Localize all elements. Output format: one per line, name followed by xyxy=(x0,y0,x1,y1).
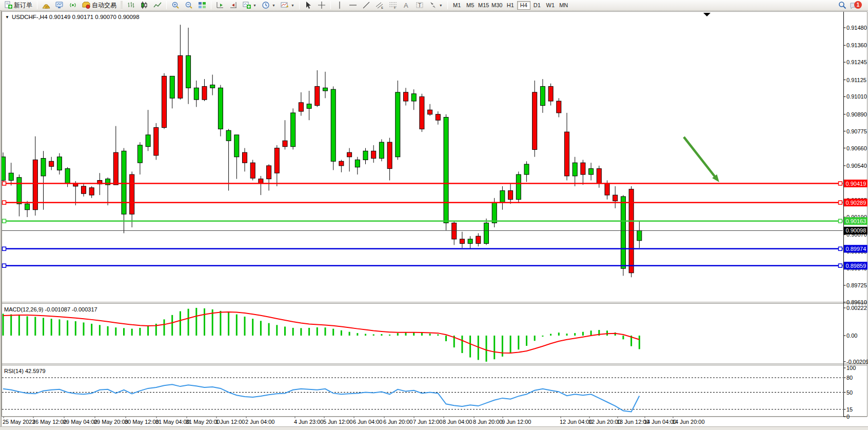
new-order-icon xyxy=(4,1,12,9)
svg-text:T: T xyxy=(418,3,421,8)
svg-text:0.90163: 0.90163 xyxy=(846,218,866,224)
equidistant-channel-icon: E xyxy=(376,1,384,9)
line-chart-icon xyxy=(153,1,162,9)
svg-text:12 Jun 04:00: 12 Jun 04:00 xyxy=(560,419,593,425)
candle-chart-button[interactable] xyxy=(138,1,150,10)
rsi-layer xyxy=(2,378,843,412)
chevron-down-icon[interactable]: ▼ xyxy=(5,15,9,19)
auto-scroll-button[interactable] xyxy=(227,1,240,10)
market-watch-button[interactable] xyxy=(53,1,66,10)
svg-text:0.90098: 0.90098 xyxy=(846,227,866,233)
new-order-button[interactable]: 新订单 xyxy=(2,1,34,10)
timeframe-M15[interactable]: M15 xyxy=(477,1,490,10)
period-button[interactable]: ▼ xyxy=(260,1,278,10)
trendline-icon xyxy=(362,1,370,9)
svg-text:8 Jun 04:00: 8 Jun 04:00 xyxy=(443,419,472,425)
signals-button[interactable] xyxy=(67,1,79,10)
lots-button[interactable] xyxy=(40,1,52,10)
svg-text:2 Jun 04:00: 2 Jun 04:00 xyxy=(245,419,275,425)
hline-tool-button[interactable] xyxy=(347,1,359,10)
signal-icon xyxy=(69,1,77,9)
svg-text:0.91360: 0.91360 xyxy=(846,42,867,48)
tile-windows-button[interactable] xyxy=(196,1,208,10)
vline-tool-button[interactable] xyxy=(333,1,346,10)
text-icon: A xyxy=(402,1,410,9)
timeframe-M5[interactable]: M5 xyxy=(464,1,477,10)
svg-text:31 May 20:00: 31 May 20:00 xyxy=(186,419,220,425)
price-lines-layer xyxy=(2,182,843,267)
clock-icon xyxy=(262,1,270,9)
macd-layer xyxy=(3,308,639,362)
svg-text:0.90660: 0.90660 xyxy=(846,145,867,151)
arrow-shapes-icon xyxy=(429,1,437,9)
chart-canvas[interactable]: 0.914800.913600.912450.911250.910100.908… xyxy=(0,11,868,430)
cursor-icon xyxy=(304,1,312,9)
fibonacci-tool-button[interactable]: F xyxy=(387,1,399,10)
svg-text:29 May 04:00: 29 May 04:00 xyxy=(63,419,97,425)
candles-layer xyxy=(1,25,642,277)
svg-text:31 May 04:00: 31 May 04:00 xyxy=(155,419,190,425)
window-bottom-edge xyxy=(0,426,868,430)
svg-text:9 Jun 12:00: 9 Jun 12:00 xyxy=(502,419,531,425)
timeframe-H1[interactable]: H1 xyxy=(504,1,517,10)
svg-text:15: 15 xyxy=(846,406,853,413)
search-icon[interactable] xyxy=(838,1,846,9)
dropdown-caret: ▼ xyxy=(291,4,294,7)
svg-text:0.91125: 0.91125 xyxy=(846,77,866,83)
svg-text:0.91480: 0.91480 xyxy=(846,25,867,31)
svg-text:4 Jun 23:00: 4 Jun 23:00 xyxy=(294,419,324,425)
shift-marker-icon[interactable] xyxy=(703,13,711,16)
zoom-in-button[interactable] xyxy=(169,1,182,10)
svg-text:30 May 12:00: 30 May 12:00 xyxy=(125,419,159,425)
dropdown-caret: ▼ xyxy=(253,4,257,7)
toolbar-grip xyxy=(121,1,123,9)
svg-text:0.90890: 0.90890 xyxy=(846,111,867,118)
svg-text:0.00: 0.00 xyxy=(846,333,857,339)
timeframe-W1[interactable]: W1 xyxy=(544,1,557,10)
svg-text:0.90419: 0.90419 xyxy=(846,181,866,187)
svg-text:0.91010: 0.91010 xyxy=(846,93,867,100)
timeframe-M30[interactable]: M30 xyxy=(490,1,504,10)
timeframe-switcher: M1M5M15M30H1H4D1W1MN xyxy=(450,1,570,10)
crosshair-button[interactable] xyxy=(315,1,328,10)
bar-chart-icon xyxy=(127,1,135,9)
svg-text:100: 100 xyxy=(846,365,856,371)
new-chart-button[interactable]: ▼ xyxy=(241,1,259,10)
main-toolbar: 新订单 自动交易 ▼ ▼ xyxy=(0,0,868,11)
timeframe-M1[interactable]: M1 xyxy=(450,1,464,10)
price-axis: 0.914800.913600.912450.911250.910100.908… xyxy=(844,12,868,420)
channel-tool-button[interactable]: E xyxy=(373,1,386,10)
notifications-button[interactable]: 1 xyxy=(850,1,863,10)
timeframe-D1[interactable]: D1 xyxy=(530,1,544,10)
chart-shift-button[interactable] xyxy=(214,1,226,10)
new-order-label: 新订单 xyxy=(14,1,32,10)
zoom-in-icon xyxy=(171,1,180,9)
zoom-out-button[interactable] xyxy=(183,1,195,10)
shapes-tool-button[interactable]: ▼ xyxy=(427,1,445,10)
autotrade-button[interactable]: 自动交易 xyxy=(80,1,119,10)
label-tool-button[interactable]: T xyxy=(413,1,426,10)
svg-text:0.90540: 0.90540 xyxy=(846,163,867,169)
indicators-button[interactable]: ▼ xyxy=(279,1,297,10)
svg-text:1 Jun 12:00: 1 Jun 12:00 xyxy=(215,419,245,425)
bar-chart-button[interactable] xyxy=(125,1,137,10)
cursor-button[interactable] xyxy=(302,1,314,10)
svg-text:0.90289: 0.90289 xyxy=(846,200,866,206)
svg-text:0.00222: 0.00222 xyxy=(846,305,867,311)
text-tool-button[interactable]: A xyxy=(400,1,412,10)
svg-text:0.91245: 0.91245 xyxy=(846,59,867,65)
trendline-tool-button[interactable] xyxy=(360,1,372,10)
separator xyxy=(166,1,167,9)
svg-text:0.90775: 0.90775 xyxy=(846,128,867,134)
svg-text:6 Jun 04:00: 6 Jun 04:00 xyxy=(353,419,383,425)
time-axis: 25 May 202326 May 12:0029 May 04:0029 Ma… xyxy=(3,417,705,425)
timeframe-MN[interactable]: MN xyxy=(557,1,570,10)
timeframe-H4[interactable]: H4 xyxy=(517,1,530,10)
tile-windows-icon xyxy=(198,1,206,9)
line-chart-button[interactable] xyxy=(151,1,164,10)
svg-text:0.89974: 0.89974 xyxy=(846,246,866,252)
svg-text:A: A xyxy=(404,2,408,9)
svg-text:14 Jun 20:00: 14 Jun 20:00 xyxy=(672,419,705,425)
chart-shift-icon xyxy=(216,1,224,9)
svg-text:F: F xyxy=(394,6,396,9)
